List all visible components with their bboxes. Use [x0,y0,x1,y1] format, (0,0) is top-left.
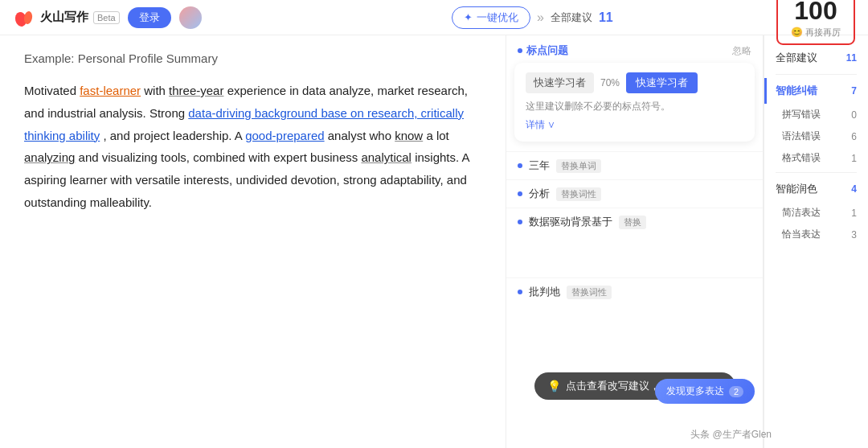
suggestions-count: 11 [599,10,613,25]
panel-header-left: 标点问题 [518,43,568,58]
score-sub-label: 再接再厉 [805,27,841,39]
suggestion-desc: 这里建议删除不必要的标点符号。 [526,100,743,113]
sub-spelling-label: 拼写错误 [782,108,821,121]
suggestion-item-sannian[interactable]: 三年 替换单词 [506,151,763,179]
sidebar-item-all[interactable]: 全部建议 11 [764,45,868,71]
ignore-button[interactable]: 忽略 [732,44,751,58]
word-score: 70% [600,77,620,88]
sidebar-sub-spelling[interactable]: 拼写错误 0 [764,104,868,125]
sidebar-all-label: 全部建议 [776,51,817,65]
sidebar-item-smart-color[interactable]: 智能润色 4 [764,176,868,202]
discover-button[interactable]: 发现更多表达 2 [655,379,755,404]
text-know: know [395,129,423,142]
dot-icon-4 [518,220,522,224]
text-a-lot: a lot [426,129,448,142]
logo-area: 火山写作 Beta [13,6,120,29]
divider-2 [776,172,857,173]
dot-icon-5 [518,290,522,294]
suggestion-item-fenxi[interactable]: 分析 替换词性 [506,179,763,208]
sidebar-all-count: 11 [846,52,857,64]
panel-header: 标点问题 忽略 [506,35,763,63]
sub-grammar-label: 语法错误 [782,129,821,143]
text-analytical: analytical [361,150,411,164]
text-and-visualizing: and visualizing tools, combined with exp… [79,150,362,164]
word-options: 快速学习者 70% 快速学习者 [526,72,743,93]
sub-concise-count: 1 [851,208,857,219]
more-button[interactable]: » [537,10,544,25]
text-analyzing: analyzing [24,150,75,164]
sidebar-smart-color-count: 4 [851,183,857,195]
suggestion-card: 快速学习者 70% 快速学习者 这里建议删除不必要的标点符号。 详情 ∨ [514,63,755,142]
sub-concise-label: 简洁表达 [782,206,821,220]
detail-link[interactable]: 详情 ∨ [526,118,743,132]
text-good-prepared: good-prepared [245,129,324,142]
sub-format-count: 1 [851,153,857,164]
doc-title: Example: Personal Profile Summary [24,51,481,65]
sub-appropriate-label: 恰当表达 [782,228,821,241]
dot-icon-3 [518,191,522,196]
score-box: 100 😊 再接再厉 [776,0,855,45]
editor-area[interactable]: Example: Personal Profile Summary Motiva… [0,35,506,448]
dot-icon [518,48,522,53]
item-label-fenxi: 分析 [529,187,550,201]
topbar-center: ✦ 一键优化 » 全部建议 11 [210,6,855,29]
main-layout: Example: Personal Profile Summary Motiva… [0,35,868,448]
suggestions-label: 全部建议 [551,10,592,25]
score-value: 100 [791,0,841,25]
word-suggested[interactable]: 快速学习者 [626,72,698,93]
optimize-button[interactable]: ✦ 一键优化 [452,6,530,29]
text-three-year: three-year [169,84,223,97]
item-tag-data: 替换 [619,216,646,229]
discover-label: 发现更多表达 [666,384,724,398]
bulb-icon: 💡 [547,380,561,393]
dot-icon-2 [518,163,522,168]
suggestion-item-data[interactable]: 数据驱动背景基于 替换 [506,208,763,236]
score-subtitle: 😊 再接再厉 [791,27,841,39]
logo-icon [13,6,35,29]
text-fast-learner: fast-learner [80,84,141,97]
login-button[interactable]: 登录 [128,7,171,28]
sidebar-smart-color-label: 智能润色 [776,182,817,196]
panel-header-title: 标点问题 [526,43,568,58]
smile-icon: 😊 [791,27,803,38]
item-tag-pizhi: 替换词性 [567,286,612,299]
text-and-project: , and project leadership. A [103,129,245,142]
app-name: 火山写作 [40,10,88,25]
discover-count: 2 [729,386,743,397]
watermark: 头条 @生产者Glen [690,428,772,442]
text-analyst: analyst who [328,129,395,142]
doc-body: Motivated fast-learner with three-year e… [24,80,481,214]
suggestion-panel: 标点问题 忽略 快速学习者 70% 快速学习者 这里建议删除不必要的标点符号。 … [506,35,764,448]
sidebar-sub-appropriate[interactable]: 恰当表达 3 [764,224,868,245]
sidebar-sub-format[interactable]: 格式错误 1 [764,147,868,169]
item-tag-fenxi: 替换词性 [556,187,601,201]
sub-appropriate-count: 3 [851,229,857,240]
beta-badge: Beta [93,11,120,24]
sidebar-smart-correct-label: 智能纠错 [776,84,817,98]
topbar: 火山写作 Beta 登录 ✦ 一键优化 » 全部建议 11 100 😊 再接再厉 [0,0,868,35]
right-sidebar: 全部建议 11 智能纠错 7 拼写错误 0 语法错误 6 格式错误 1 智能润色… [764,35,868,448]
item-label-sannian: 三年 [529,158,550,173]
suggestion-item-pizhi[interactable]: 批判地 替换词性 [506,277,763,306]
item-tag-sannian: 替换单词 [556,159,601,173]
item-label-pizhi: 批判地 [529,285,560,299]
word-original: 快速学习者 [526,72,594,93]
avatar [179,6,202,29]
star-icon: ✦ [464,11,473,23]
optimize-label: 一键优化 [477,10,518,25]
sub-spelling-count: 0 [851,109,857,121]
sidebar-item-smart-correct[interactable]: 智能纠错 7 [764,78,868,104]
text-with: with [144,84,169,97]
sidebar-sub-grammar[interactable]: 语法错误 6 [764,125,868,147]
text-motivated: Motivated [24,84,80,97]
sidebar-smart-correct-count: 7 [851,85,857,97]
sub-grammar-count: 6 [851,131,857,142]
sidebar-sub-concise[interactable]: 简洁表达 1 [764,202,868,224]
sub-format-label: 格式错误 [782,151,821,165]
divider-1 [776,74,857,75]
item-label-data: 数据驱动背景基于 [529,215,612,229]
